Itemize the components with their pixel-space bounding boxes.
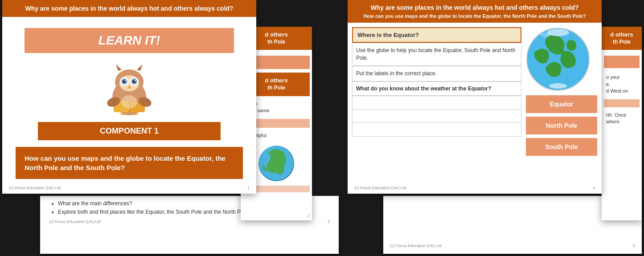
equator-instruction-2: Put the labels in the correct place. xyxy=(352,66,521,81)
slide-1-question-text: How can you use maps and the globe to lo… xyxy=(25,154,226,171)
slide-3-footer-left: (c) Focus Education (UK) Ltd xyxy=(49,219,101,224)
answer-line-3 xyxy=(353,123,521,136)
equator-button[interactable]: Equator xyxy=(526,95,597,113)
svg-point-11 xyxy=(125,80,126,81)
owl-area xyxy=(2,57,256,120)
south-pole-button[interactable]: South Pole xyxy=(526,138,597,156)
slide-1-footer: (c) Focus Education (UK) Ltd 1 xyxy=(2,186,256,190)
north-pole-button[interactable]: North Pole xyxy=(526,117,597,134)
slide-6-footer-left: (c) Focus Education (UK) Ltd xyxy=(390,244,442,248)
svg-point-12 xyxy=(135,80,136,81)
svg-point-22 xyxy=(547,29,569,36)
slide-5-header-text: d others xyxy=(604,31,640,39)
svg-point-19 xyxy=(121,95,137,109)
globe-svg-partial xyxy=(258,146,294,181)
slide-1-footer-left: (c) Focus Education (UK) Ltd xyxy=(9,186,61,190)
svg-marker-2 xyxy=(116,64,122,71)
globe-svg xyxy=(526,27,591,92)
component-label: COMPONENT 1 xyxy=(100,126,159,135)
south-pole-btn-label: South Pole xyxy=(545,143,578,150)
component-bar: COMPONENT 1 xyxy=(38,122,221,140)
answer-line-2 xyxy=(353,110,521,123)
slide-4: Why are some places in the world always … xyxy=(348,0,602,194)
equator-instruction-1: Use the globe to help you locate the Equ… xyxy=(352,43,521,66)
slide-4-footer-left: (c) Focus Education (UK) Ltd xyxy=(354,186,406,190)
slide-4-left-panel: Where is the Equator? Use the globe to h… xyxy=(352,27,521,156)
slide-4-right-panel: Equator North Pole South Pole xyxy=(526,27,597,156)
answer-area xyxy=(352,96,521,137)
learn-it-bar: LEARN IT! xyxy=(25,28,234,53)
equator-question-text: Where is the Equator? xyxy=(357,32,419,38)
owl-icon xyxy=(105,62,154,115)
slide-6-footer-right: 5 xyxy=(633,244,635,248)
slide-5-partial: d others th Pole o your e. d West on rth… xyxy=(602,27,642,220)
slide-2-footer: 2 xyxy=(308,214,310,218)
north-pole-btn-label: North Pole xyxy=(546,122,578,129)
svg-marker-3 xyxy=(137,64,143,71)
equator-question-box: Where is the Equator? xyxy=(352,27,521,43)
slide-1-question: How can you use maps and the globe to lo… xyxy=(16,147,243,179)
svg-point-23 xyxy=(549,83,567,89)
learn-it-label: LEARN IT! xyxy=(98,33,160,47)
slide-1: Why are some places in the world always … xyxy=(2,0,256,194)
slide-4-body: Where is the Equator? Use the globe to h… xyxy=(348,23,602,160)
slide-5-text: o your e. d West on xyxy=(604,72,640,97)
weather-question: What do you know about the weather at th… xyxy=(352,81,521,96)
slide-3-page: 3 xyxy=(328,219,330,224)
slide-1-header: Why are some places in the world always … xyxy=(2,0,256,17)
slide-6-footer: (c) Focus Education (UK) Ltd 5 xyxy=(383,240,642,252)
slide-4-footer: (c) Focus Education (UK) Ltd 4 xyxy=(348,186,602,190)
answer-line-1 xyxy=(353,96,521,110)
slide-4-title: Why are some places in the world always … xyxy=(371,4,579,11)
slide-4-footer-right: 4 xyxy=(593,186,595,190)
slide-5-north: th Pole xyxy=(604,39,640,46)
slide-5-header: d others th Pole xyxy=(602,27,642,50)
slide-5-bar xyxy=(604,56,640,68)
slide-4-subtitle: How can you use maps and the globe to lo… xyxy=(352,13,597,19)
slide-1-footer-right: 1 xyxy=(247,186,250,190)
slide-1-title: Why are some places in the world always … xyxy=(25,5,234,12)
globe-image xyxy=(526,27,591,92)
equator-btn-label: Equator xyxy=(550,101,574,108)
slide-5-text2: rth. Once where xyxy=(604,110,640,128)
globe-partial xyxy=(258,146,294,181)
slide-5-bar2 xyxy=(604,99,640,107)
slide-5-body: o your e. d West on rth. Once where xyxy=(602,50,642,130)
slide-4-header: Why are some places in the world always … xyxy=(348,0,602,23)
